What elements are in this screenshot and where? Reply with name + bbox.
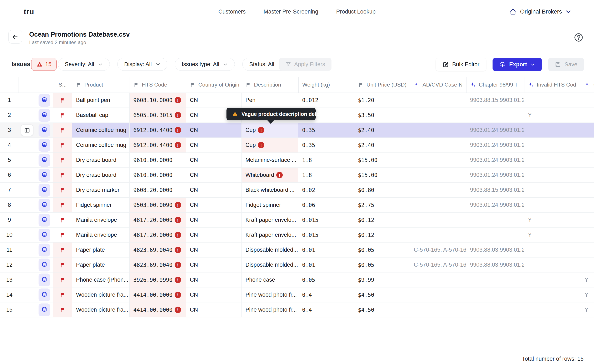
cell-weight[interactable]: 0.012 <box>298 93 354 108</box>
cell-unit-price[interactable]: $0.05 <box>354 242 410 257</box>
cell-chapter-9899[interactable] <box>466 108 524 123</box>
cell-adcvd-case[interactable] <box>410 228 466 242</box>
cell-adcvd-case[interactable] <box>410 138 466 152</box>
nav-item-master-pre-screening[interactable]: Master Pre-Screening <box>263 8 318 15</box>
cell-product[interactable]: Phone case (iPhon... <box>72 273 130 287</box>
cell-extra[interactable] <box>581 258 594 272</box>
cell-country-of-origin[interactable]: CN <box>186 242 242 257</box>
cell-weight[interactable]: 0.06 <box>298 198 354 212</box>
help-button[interactable] <box>574 32 584 42</box>
cell-product[interactable]: Manila envelope <box>72 228 130 242</box>
cell-product[interactable]: Dry erase board <box>72 168 130 182</box>
cell-extra[interactable] <box>581 138 594 152</box>
cell-hts-code[interactable]: 9610.00.0000 <box>130 153 186 168</box>
cell-chapter-9899[interactable] <box>466 287 524 302</box>
cell-country-of-origin[interactable]: CN <box>186 228 242 242</box>
cell-product[interactable]: Baseball cap <box>72 108 130 123</box>
cell-country-of-origin[interactable]: CN <box>186 93 242 108</box>
cell-invalid-hts[interactable] <box>524 168 581 182</box>
cell-invalid-hts[interactable] <box>524 273 581 287</box>
cell-hts-code[interactable]: 9608.20.0000 <box>130 183 186 197</box>
cell-chapter-9899[interactable] <box>466 273 524 287</box>
cell-country-of-origin[interactable]: CN <box>186 138 242 152</box>
cell-extra[interactable] <box>581 213 594 227</box>
cell-country-of-origin[interactable]: CN <box>186 302 242 317</box>
cell-invalid-hts[interactable] <box>524 258 581 272</box>
cell-extra[interactable] <box>581 198 594 212</box>
cell-unit-price[interactable]: $9.99 <box>354 273 410 287</box>
cell-weight[interactable]: 0.015 <box>298 228 354 242</box>
cell-invalid-hts[interactable] <box>524 138 581 152</box>
cell-product[interactable]: Ball point pen <box>72 93 130 108</box>
database-icon-button[interactable] <box>39 124 50 137</box>
cell-adcvd-case[interactable] <box>410 213 466 227</box>
database-icon-button[interactable] <box>39 109 50 122</box>
cell-adcvd-case[interactable] <box>410 287 466 302</box>
nav-item-product-lookup[interactable]: Product Lookup <box>336 8 376 15</box>
cell-extra[interactable] <box>581 153 594 168</box>
cell-hts-code[interactable]: 4823.69.0040! <box>130 242 186 257</box>
cell-chapter-9899[interactable]: 9903.01.24,9903.01.2 <box>466 198 524 212</box>
cell-adcvd-case[interactable] <box>410 123 466 137</box>
cell-description[interactable]: Fidget spinner <box>242 198 298 212</box>
cell-hts-code[interactable]: 3926.90.9990! <box>130 273 186 287</box>
cell-chapter-9899[interactable]: 9903.01.24,9903.01.2 <box>466 168 524 182</box>
cell-chapter-9899[interactable] <box>466 213 524 227</box>
cell-adcvd-case[interactable] <box>410 273 466 287</box>
cell-hts-code[interactable]: 4823.69.0040! <box>130 258 186 272</box>
column-header-severity[interactable]: S... <box>53 77 72 92</box>
save-button[interactable]: Save <box>548 58 584 71</box>
cell-product[interactable]: Wooden picture fra... <box>72 287 130 302</box>
cell-invalid-hts[interactable] <box>524 198 581 212</box>
cell-adcvd-case[interactable] <box>410 108 466 123</box>
cell-description[interactable]: Black whiteboard ... <box>242 183 298 197</box>
cell-extra[interactable] <box>581 123 594 137</box>
cell-unit-price[interactable]: $3.50 <box>354 108 410 123</box>
column-header-product[interactable]: Product <box>72 77 130 92</box>
cell-invalid-hts[interactable] <box>524 183 581 197</box>
cell-country-of-origin[interactable]: CN <box>186 213 242 227</box>
database-icon-button[interactable] <box>39 94 50 107</box>
database-icon-button[interactable] <box>39 273 50 286</box>
cell-country-of-origin[interactable]: CN <box>186 273 242 287</box>
column-header-c[interactable]: C <box>581 77 594 92</box>
brand-logo[interactable]: tru <box>24 7 34 16</box>
cell-description[interactable]: Phone case <box>242 273 298 287</box>
cell-hts-code[interactable]: 4414.00.0000! <box>130 302 186 317</box>
cell-chapter-9899[interactable]: 9903.88.03,9903.01.2 <box>466 258 524 272</box>
cell-weight[interactable]: 1.8 <box>298 153 354 168</box>
database-icon-button[interactable] <box>39 229 50 241</box>
cell-adcvd-case[interactable] <box>410 168 466 182</box>
cell-description[interactable]: Kraft paper envelo... <box>242 228 298 242</box>
database-icon-button[interactable] <box>39 288 50 301</box>
cell-product[interactable]: Wooden picture fra... <box>72 302 130 317</box>
issues-count-badge[interactable]: 15 <box>31 58 57 71</box>
database-icon-button[interactable] <box>39 259 50 272</box>
database-icon-button[interactable] <box>39 139 50 152</box>
cell-description[interactable]: Pen <box>242 93 298 108</box>
cell-hts-code[interactable]: 9503.00.0090! <box>130 198 186 212</box>
database-icon-button[interactable] <box>39 154 50 167</box>
cell-weight[interactable]: 0.01 <box>298 258 354 272</box>
cell-description[interactable]: Cup! <box>242 123 298 137</box>
column-header-weight-kg-[interactable]: Weight (kg) <box>298 77 354 92</box>
apply-filters-button[interactable]: Apply Filters <box>279 58 331 71</box>
cell-country-of-origin[interactable]: CN <box>186 123 242 137</box>
cell-hts-code[interactable]: 4414.00.0000! <box>130 287 186 302</box>
cell-adcvd-case[interactable] <box>410 153 466 168</box>
column-header-description[interactable]: Description <box>242 77 298 92</box>
database-icon-button[interactable] <box>39 304 50 316</box>
account-switcher[interactable]: Original Brokers <box>509 0 572 23</box>
cell-extra[interactable]: Y <box>581 287 594 302</box>
cell-weight[interactable]: 0.02 <box>298 183 354 197</box>
cell-hts-code[interactable]: 9608.10.0000! <box>130 93 186 108</box>
cell-weight[interactable]: 0.4 <box>298 287 354 302</box>
cell-description[interactable]: Kraft paper envelo... <box>242 213 298 227</box>
filter-pill-severity[interactable]: Severity: All <box>58 58 110 71</box>
cell-hts-code[interactable]: 9610.00.0000 <box>130 168 186 182</box>
cell-product[interactable]: Ceramic coffee mug <box>72 138 130 152</box>
cell-product[interactable]: Paper plate <box>72 242 130 257</box>
open-side-panel-button[interactable] <box>21 125 33 136</box>
cell-unit-price[interactable]: $2.40 <box>354 123 410 137</box>
cell-description[interactable]: Pine wood photo fr... <box>242 302 298 317</box>
